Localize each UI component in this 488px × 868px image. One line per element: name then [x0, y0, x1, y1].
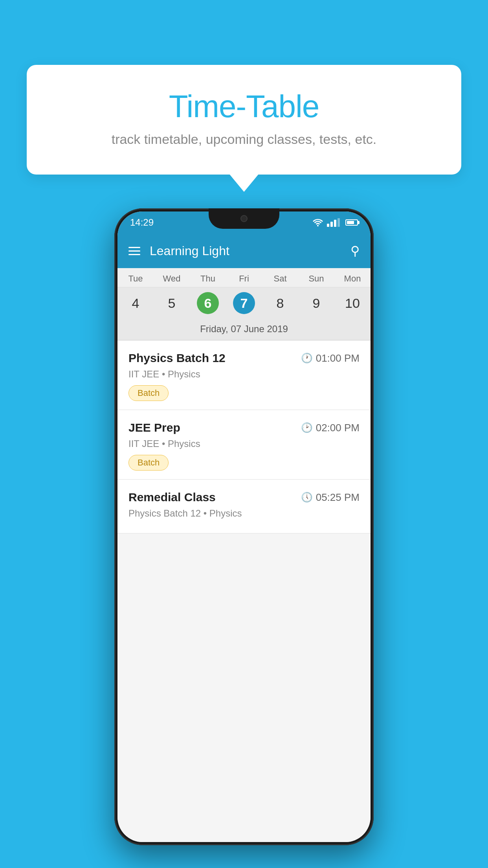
schedule-item-remedial[interactable]: Remedial Class 🕔 05:25 PM Physics Batch … — [117, 480, 371, 533]
speech-bubble: Time-Table track timetable, upcoming cla… — [27, 65, 461, 175]
bubble-title: Time-Table — [46, 88, 442, 125]
schedule-title-2: JEE Prep — [128, 421, 180, 434]
schedule-time-1: 🕐 01:00 PM — [301, 352, 360, 364]
front-camera — [240, 215, 248, 222]
schedule-item-header-3: Remedial Class 🕔 05:25 PM — [128, 491, 360, 504]
selected-date-label: Friday, 07 June 2019 — [117, 320, 371, 340]
signal-icon — [327, 218, 340, 227]
day-header-tue[interactable]: Tue — [117, 268, 154, 287]
schedule-title-1: Physics Batch 12 — [128, 351, 226, 365]
status-icons — [313, 218, 358, 227]
phone-notch — [209, 208, 279, 229]
day-header-thu[interactable]: Thu — [190, 268, 226, 287]
day-8[interactable]: 8 — [262, 296, 298, 311]
day-4[interactable]: 4 — [117, 296, 154, 311]
batch-badge-2: Batch — [128, 455, 169, 471]
day-5[interactable]: 5 — [154, 296, 190, 311]
schedule-meta-3: Physics Batch 12 • Physics — [128, 508, 360, 519]
battery-icon — [345, 219, 358, 226]
day-7[interactable]: 7 — [226, 292, 262, 314]
day-headers: Tue Wed Thu Fri Sat Sun Mon — [117, 268, 371, 287]
schedule-title-3: Remedial Class — [128, 491, 216, 504]
schedule-time-3: 🕔 05:25 PM — [301, 491, 360, 504]
app-title: Learning Light — [150, 244, 350, 258]
day-numbers: 4 5 6 7 8 9 10 — [117, 287, 371, 320]
day-9[interactable]: 9 — [298, 296, 334, 311]
clock-icon-3: 🕔 — [301, 492, 313, 503]
wifi-icon — [313, 219, 323, 226]
clock-icon-2: 🕑 — [301, 422, 313, 433]
app-bar: Learning Light ⚲ — [117, 234, 371, 268]
day-header-sat[interactable]: Sat — [262, 268, 298, 287]
bubble-subtitle: track timetable, upcoming classes, tests… — [46, 132, 442, 147]
day-6[interactable]: 6 — [190, 292, 226, 314]
phone-mockup: 14:29 — [114, 208, 374, 845]
clock-icon-1: 🕐 — [301, 353, 313, 364]
search-icon[interactable]: ⚲ — [350, 243, 360, 258]
status-time: 14:29 — [130, 217, 154, 228]
schedule-meta-2: IIT JEE • Physics — [128, 438, 360, 449]
phone-screen: 14:29 — [117, 211, 371, 842]
day-header-mon[interactable]: Mon — [334, 268, 371, 287]
day-10[interactable]: 10 — [334, 296, 371, 311]
schedule-item-physics-batch[interactable]: Physics Batch 12 🕐 01:00 PM IIT JEE • Ph… — [117, 340, 371, 410]
hamburger-menu-icon[interactable] — [128, 247, 140, 255]
calendar-strip: Tue Wed Thu Fri Sat Sun Mon 4 5 6 7 — [117, 268, 371, 340]
day-header-sun[interactable]: Sun — [298, 268, 334, 287]
schedule-list: Physics Batch 12 🕐 01:00 PM IIT JEE • Ph… — [117, 340, 371, 842]
schedule-item-jee-prep[interactable]: JEE Prep 🕑 02:00 PM IIT JEE • Physics Ba… — [117, 410, 371, 480]
schedule-item-header-2: JEE Prep 🕑 02:00 PM — [128, 421, 360, 434]
phone-frame: 14:29 — [114, 208, 374, 845]
day-header-fri[interactable]: Fri — [226, 268, 262, 287]
schedule-item-header-1: Physics Batch 12 🕐 01:00 PM — [128, 351, 360, 365]
schedule-time-2: 🕑 02:00 PM — [301, 422, 360, 434]
schedule-meta-1: IIT JEE • Physics — [128, 369, 360, 380]
batch-badge-1: Batch — [128, 385, 169, 401]
day-header-wed[interactable]: Wed — [154, 268, 190, 287]
